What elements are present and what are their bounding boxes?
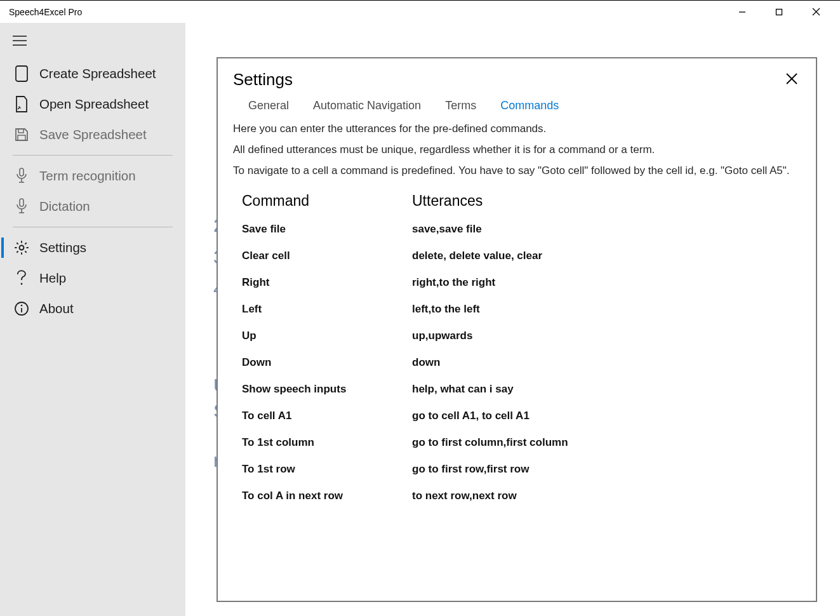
tab-terms[interactable]: Terms — [445, 99, 476, 112]
description-text: All defined utterances must be unique, r… — [233, 141, 801, 158]
sidebar-item-settings[interactable]: Settings — [0, 232, 185, 263]
svg-rect-9 — [18, 135, 25, 140]
svg-line-21 — [17, 243, 18, 244]
sidebar-item-help[interactable]: Help — [0, 263, 185, 293]
table-row[interactable]: Rightright,to the right — [242, 269, 801, 296]
modal-close-button[interactable] — [783, 70, 801, 90]
utterances-cell: left,to the left — [412, 303, 801, 316]
table-row[interactable]: Clear celldelete, delete value, clear — [242, 243, 801, 269]
table-row[interactable]: Upup,upwards — [242, 323, 801, 349]
table-row[interactable]: Leftleft,to the left — [242, 296, 801, 323]
table-row[interactable]: To 1st columngo to first column,first co… — [242, 429, 801, 456]
command-cell: Up — [242, 330, 412, 342]
tab-general[interactable]: General — [248, 99, 289, 112]
maximize-button[interactable] — [766, 2, 792, 22]
svg-line-22 — [25, 251, 26, 252]
svg-point-16 — [20, 246, 24, 250]
sidebar: Create Spreadsheet Open Spreadsheet Save… — [0, 23, 185, 616]
utterances-cell: go to first row,first row — [412, 463, 801, 476]
sidebar-item-label: About — [39, 301, 74, 316]
svg-line-23 — [17, 251, 18, 252]
command-cell: Show speech inputs — [242, 383, 412, 396]
sidebar-separator — [13, 155, 173, 156]
command-cell: To col A in next row — [242, 490, 412, 502]
command-cell: To cell A1 — [242, 410, 412, 422]
settings-modal: Settings General Automatic Navigation Te… — [217, 57, 817, 602]
svg-line-24 — [25, 243, 26, 244]
utterances-cell: down — [412, 356, 801, 369]
description-text: To navigate to a cell a command is prede… — [233, 162, 801, 179]
svg-point-25 — [21, 283, 23, 285]
utterances-cell: delete, delete value, clear — [412, 250, 801, 262]
question-icon — [13, 270, 30, 286]
svg-rect-7 — [16, 66, 27, 81]
sidebar-separator — [13, 227, 173, 227]
table-row[interactable]: Downdown — [242, 349, 801, 376]
sidebar-item-label: Dictation — [39, 199, 90, 214]
window-controls — [730, 2, 840, 22]
utterances-cell: up,upwards — [412, 330, 801, 342]
utterances-cell: to next row,next row — [412, 490, 801, 502]
command-cell: Left — [242, 303, 412, 316]
sidebar-item-dictation[interactable]: Dictation — [0, 191, 185, 222]
table-row[interactable]: To cell A1go to cell A1, to cell A1 — [242, 403, 801, 429]
svg-point-27 — [21, 305, 23, 307]
microphone-icon — [13, 168, 30, 184]
save-icon — [13, 127, 30, 142]
command-cell: To 1st row — [242, 463, 412, 476]
sidebar-item-label: Open Spreadsheet — [39, 97, 149, 112]
svg-rect-13 — [20, 199, 23, 206]
command-cell: Save file — [242, 223, 412, 236]
svg-rect-1 — [777, 9, 782, 15]
info-icon — [13, 301, 30, 316]
gear-icon — [13, 239, 30, 256]
utterances-cell: right,to the right — [412, 276, 801, 289]
column-header-command: Command — [242, 192, 412, 210]
utterances-cell: go to first column,first column — [412, 436, 801, 449]
sidebar-item-about[interactable]: About — [0, 293, 185, 324]
microphone-icon — [13, 198, 30, 215]
description-text: Here you can enter the utterances for th… — [233, 120, 801, 137]
tab-commands[interactable]: Commands — [500, 99, 559, 112]
sidebar-item-term-recognition[interactable]: Term recognition — [0, 161, 185, 191]
sidebar-item-label: Help — [39, 271, 66, 286]
document-open-icon — [13, 95, 30, 113]
close-window-button[interactable] — [803, 2, 829, 22]
document-icon — [13, 65, 30, 83]
command-cell: To 1st column — [242, 436, 412, 449]
command-cell: Clear cell — [242, 250, 412, 262]
command-cell: Down — [242, 356, 412, 369]
sidebar-item-create-spreadsheet[interactable]: Create Spreadsheet — [0, 58, 185, 89]
utterances-cell: go to cell A1, to cell A1 — [412, 410, 801, 422]
command-cell: Right — [242, 276, 412, 289]
table-row[interactable]: To col A in next rowto next row,next row — [242, 483, 801, 509]
utterances-cell: help, what can i say — [412, 383, 801, 396]
table-row[interactable]: Save filesave,save file — [242, 216, 801, 243]
content-area: 2 3 4 U S r r Settings General Auto — [185, 23, 840, 616]
sidebar-item-label: Create Spreadsheet — [39, 66, 156, 81]
hamburger-button[interactable] — [0, 36, 185, 58]
sidebar-item-open-spreadsheet[interactable]: Open Spreadsheet — [0, 89, 185, 119]
sidebar-item-label: Settings — [39, 240, 86, 255]
table-row[interactable]: Show speech inputshelp, what can i say — [242, 376, 801, 403]
sidebar-item-label: Save Spreadsheet — [39, 127, 147, 142]
table-row[interactable]: To 1st rowgo to first row,first row — [242, 456, 801, 483]
minimize-button[interactable] — [730, 2, 755, 22]
modal-title: Settings — [233, 70, 293, 90]
utterances-cell: save,save file — [412, 223, 801, 236]
tab-automatic-navigation[interactable]: Automatic Navigation — [313, 99, 421, 112]
column-header-utterances: Utterances — [412, 192, 801, 210]
commands-table: Command Utterances Save filesave,save fi… — [233, 192, 801, 509]
title-bar: Speech4Excel Pro — [0, 0, 840, 23]
app-title: Speech4Excel Pro — [9, 7, 82, 17]
close-icon — [785, 72, 798, 85]
sidebar-item-save-spreadsheet[interactable]: Save Spreadsheet — [0, 119, 185, 150]
svg-rect-10 — [20, 168, 23, 176]
sidebar-item-label: Term recognition — [39, 168, 136, 184]
modal-tabs: General Automatic Navigation Terms Comma… — [248, 99, 801, 112]
main-area: Create Spreadsheet Open Spreadsheet Save… — [0, 23, 840, 616]
